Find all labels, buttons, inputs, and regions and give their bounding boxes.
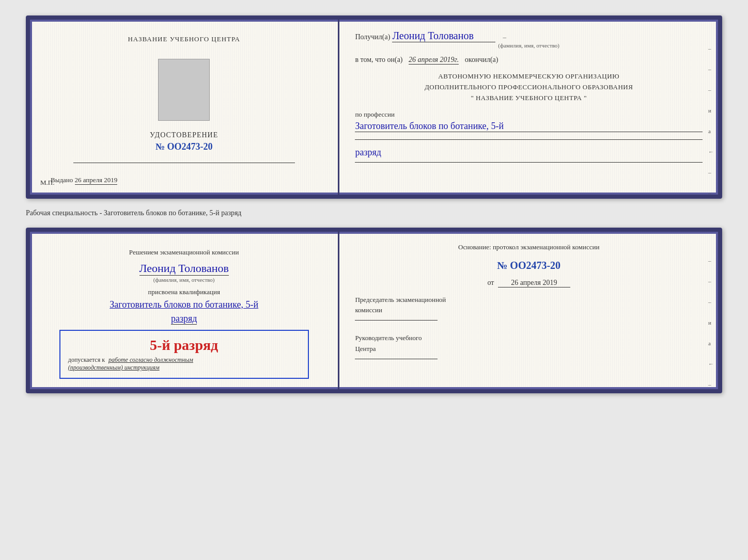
date-prefix: в том, что он(а) (355, 56, 402, 63)
date-value: 26 апреля 2019г. (409, 56, 459, 65)
photo-placeholder (158, 59, 210, 121)
document-card-2: Решением экзаменационной комиссии Леонид… (26, 228, 722, 393)
head-sign-line (355, 359, 438, 359)
protocol-number: № OO2473-20 (355, 260, 703, 271)
qualification-value: Заготовитель блоков по ботанике, 5-й (110, 298, 258, 311)
stamp-box: 5-й разряд допускается к работе согласно… (59, 330, 309, 379)
doc1-right-panel: Получил(а) Леонид Толованов – (фамилия, … (339, 20, 718, 195)
dash-1: – (503, 33, 506, 41)
specialty-label: Рабочая специальность - Заготовитель бло… (26, 208, 722, 218)
profession-block: по профессии Заготовитель блоков по бота… (355, 110, 703, 132)
doc2-right-panel: Основание: протокол экзаменационной коми… (339, 232, 718, 389)
page-wrapper: НАЗВАНИЕ УЧЕБНОГО ЦЕНТРА УДОСТОВЕРЕНИЕ №… (10, 10, 738, 398)
basis-label: Основание: протокол экзаменационной коми… (355, 242, 703, 252)
chair-label2: комиссии (355, 305, 703, 316)
doc2-left-panel: Решением экзаменационной комиссии Леонид… (30, 232, 339, 389)
allowed-value: работе согласно должностным (108, 356, 193, 363)
protocol-date: от 26 апреля 2019 (355, 279, 703, 287)
profession-label: по профессии (355, 110, 395, 118)
doc1-left-panel: НАЗВАНИЕ УЧЕБНОГО ЦЕНТРА УДОСТОВЕРЕНИЕ №… (30, 20, 339, 195)
org-line3: " НАЗВАНИЕ УЧЕБНОГО ЦЕНТРА " (355, 93, 703, 104)
side-marks-2: – – – и а ← – – – (708, 258, 714, 393)
instructions: (производственным) инструкциям (68, 364, 160, 371)
date-suffix: окончил(а) (465, 56, 498, 63)
divider-1 (355, 139, 703, 140)
protocol-date-value: 26 апреля 2019 (498, 279, 570, 287)
issued-date: 26 апреля 2019 (75, 176, 118, 185)
received-name: Леонид Толованов (392, 30, 495, 42)
cert-number: № OO2473-20 (155, 141, 213, 152)
rank-value-2: разряд (171, 313, 197, 325)
decision-text: Решением экзаменационной комиссии (129, 247, 239, 258)
chair-block: Председатель экзаменационной комиссии (355, 295, 703, 321)
date-line: в том, что он(а) 26 апреля 2019г. окончи… (355, 56, 703, 64)
allowed-prefix: допускается к (68, 356, 105, 363)
org-block: АВТОНОМНУЮ НЕКОММЕРЧЕСКУЮ ОРГАНИЗАЦИЮ ДО… (355, 71, 703, 103)
document-card-1: НАЗВАНИЕ УЧЕБНОГО ЦЕНТРА УДОСТОВЕРЕНИЕ №… (26, 15, 722, 199)
received-prefix: Получил(а) (355, 33, 390, 41)
person-name: Леонид Толованов (139, 262, 229, 276)
head-block: Руководитель учебного Центра (355, 333, 703, 359)
mp-mark: М.П. (40, 179, 54, 187)
rank-value: разряд (355, 147, 703, 158)
chair-sign-line (355, 320, 438, 321)
received-block: Получил(а) Леонид Толованов – (фамилия, … (355, 30, 703, 49)
doc1-org-title: НАЗВАНИЕ УЧЕБНОГО ЦЕНТРА (128, 35, 240, 43)
divider-2 (355, 162, 703, 163)
chair-label: Председатель экзаменационной (355, 295, 703, 306)
head-label: Руководитель учебного (355, 333, 703, 344)
issued-line: Выдано 26 апреля 2019 (45, 176, 322, 184)
org-line1: АВТОНОМНУЮ НЕКОММЕРЧЕСКУЮ ОРГАНИЗАЦИЮ (355, 71, 703, 82)
side-marks: – – – и а ← – – – (708, 45, 714, 199)
org-line2: ДОПОЛНИТЕЛЬНОГО ПРОФЕССИОНАЛЬНОГО ОБРАЗО… (355, 82, 703, 93)
assigned-label: присвоена квалификация (148, 288, 220, 296)
date-from-prefix: от (487, 279, 494, 286)
cert-label: УДОСТОВЕРЕНИЕ (150, 131, 218, 139)
head-label2: Центра (355, 344, 703, 355)
stamp-allowed: допускается к работе согласно должностны… (68, 356, 300, 372)
fio-subtitle-2: (фамилия, имя, отчество) (153, 277, 215, 283)
profession-value: Заготовитель блоков по ботанике, 5-й (355, 121, 703, 132)
fio-subtitle-1: (фамилия, имя, отчество) (355, 42, 703, 49)
stamp-rank: 5-й разряд (68, 337, 300, 354)
